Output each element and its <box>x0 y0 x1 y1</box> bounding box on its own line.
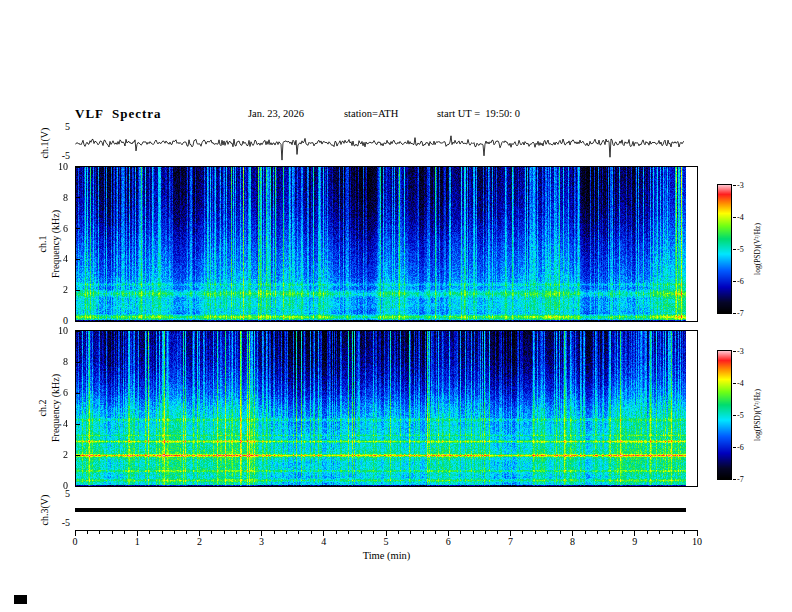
x-axis-minor-tick <box>224 531 225 534</box>
colorbar1-panel <box>717 184 732 314</box>
x-axis-minor-tick <box>597 531 598 534</box>
x-axis-minor-tick <box>99 531 100 534</box>
spec1-ytick-mark <box>76 228 80 229</box>
colorbar2-tick-label: -5 <box>737 411 755 420</box>
spec2-ytick-label: 0 <box>44 480 68 492</box>
colorbar1-tick-label: -6 <box>737 277 755 286</box>
ch3-wave-ytick-min: -5 <box>46 517 70 529</box>
colorbar2-panel <box>717 350 732 480</box>
colorbar2-tick-mark <box>733 351 736 352</box>
spec1-ytick-label: 2 <box>44 284 68 296</box>
x-axis-minor-tick <box>473 531 474 534</box>
colorbar1-tick-mark <box>733 281 736 282</box>
spec2-ytick-label: 10 <box>44 325 68 337</box>
spec1-ylabel-frequency: Frequency (kHz) <box>50 210 61 278</box>
x-axis-tick-label: 7 <box>499 536 521 547</box>
x-axis-minor-tick <box>659 531 660 534</box>
header-start-ut: start UT = 19:50: 0 <box>437 108 520 119</box>
spec2-ylabel-channel: ch.2 <box>37 400 48 417</box>
x-axis-minor-tick <box>497 531 498 534</box>
spec2-ytick-mark <box>76 486 80 487</box>
spec2-ytick-label: 2 <box>44 449 68 461</box>
ch3-flat-trace <box>75 508 686 512</box>
spec1-ytick-mark <box>76 321 80 322</box>
x-axis-minor-tick <box>622 531 623 534</box>
colorbar2-tick-mark <box>733 383 736 384</box>
spec1-ytick-label: 4 <box>44 253 68 265</box>
x-axis-tick-label: 8 <box>562 536 584 547</box>
x-axis-tick-label: 0 <box>64 536 86 547</box>
x-axis-minor-tick <box>684 531 685 534</box>
colorbar1-tick-label: -4 <box>737 213 755 222</box>
colorbar1-tick-mark <box>733 185 736 186</box>
spec2-ytick-mark <box>76 455 80 456</box>
x-axis-minor-tick <box>174 531 175 534</box>
x-axis-minor-tick <box>585 531 586 534</box>
corner-mark <box>14 595 27 604</box>
spec2-ytick-mark <box>76 331 80 332</box>
spec2-ytick-label: 4 <box>44 418 68 430</box>
spec2-ytick-mark <box>76 424 80 425</box>
ch1-waveform-canvas <box>75 125 685 161</box>
header-date: Jan. 23, 2026 <box>248 108 304 119</box>
header-station: station=ATH <box>344 108 398 119</box>
x-axis-minor-tick <box>460 531 461 534</box>
colorbar1-tick-mark <box>733 249 736 250</box>
x-axis-minor-tick <box>298 531 299 534</box>
x-axis-minor-tick <box>373 531 374 534</box>
x-axis-minor-tick <box>112 531 113 534</box>
x-axis-minor-tick <box>609 531 610 534</box>
x-axis-minor-tick <box>560 531 561 534</box>
colorbar1-tick-label: -3 <box>737 181 755 190</box>
colorbar2-tick-label: -6 <box>737 443 755 452</box>
ch2-spectrogram-panel <box>75 330 698 487</box>
x-axis-tick-label: 1 <box>126 536 148 547</box>
x-axis-minor-tick <box>286 531 287 534</box>
x-axis-minor-tick <box>87 531 88 534</box>
x-axis-minor-tick <box>485 531 486 534</box>
spec1-ytick-mark <box>76 197 80 198</box>
x-axis-minor-tick <box>398 531 399 534</box>
x-axis-minor-tick <box>249 531 250 534</box>
x-axis-minor-tick <box>435 531 436 534</box>
colorbar2-tick-label: -7 <box>737 475 755 484</box>
spec1-ytick-label: 10 <box>44 161 68 173</box>
ch1-wave-ytick-max: 5 <box>46 121 70 133</box>
colorbar2-tick-mark <box>733 479 736 480</box>
x-axis-minor-tick <box>274 531 275 534</box>
spec1-ytick-mark <box>76 167 80 168</box>
spec2-ytick-label: 8 <box>44 356 68 368</box>
colorbar2-tick-label: -3 <box>737 347 755 356</box>
colorbar1-tick-mark <box>733 313 736 314</box>
x-axis-minor-tick <box>361 531 362 534</box>
colorbar1-tick-mark <box>733 217 736 218</box>
x-axis-minor-tick <box>124 531 125 534</box>
vlf-spectra-figure: VLF Spectra Jan. 23, 2026 station=ATH st… <box>0 0 792 612</box>
spec1-ylabel-channel: ch.1 <box>37 236 48 253</box>
x-axis-minor-tick <box>410 531 411 534</box>
x-axis-line <box>75 530 698 531</box>
x-axis-tick-label: 10 <box>686 536 708 547</box>
x-axis-minor-tick <box>547 531 548 534</box>
x-axis-tick-label: 5 <box>375 536 397 547</box>
x-axis-minor-tick <box>311 531 312 534</box>
ch1-spectrogram-canvas <box>76 167 686 321</box>
colorbar1-tick-label: -7 <box>737 309 755 318</box>
x-axis-title: Time (min) <box>75 550 698 561</box>
colorbar2-tick-label: -4 <box>737 379 755 388</box>
spec2-ytick-mark <box>76 362 80 363</box>
colorbar1-gradient-canvas <box>718 185 731 313</box>
x-axis-minor-tick <box>211 531 212 534</box>
x-axis-minor-tick <box>336 531 337 534</box>
spec2-ytick-label: 6 <box>44 387 68 399</box>
x-axis-minor-tick <box>186 531 187 534</box>
x-axis-tick-label: 2 <box>188 536 210 547</box>
x-axis-minor-tick <box>162 531 163 534</box>
x-axis-tick-label: 9 <box>624 536 646 547</box>
x-axis-minor-tick <box>348 531 349 534</box>
spec2-ylabel-frequency: Frequency (kHz) <box>50 374 61 442</box>
x-axis-minor-tick <box>535 531 536 534</box>
x-axis-minor-tick <box>522 531 523 534</box>
spec1-ytick-mark <box>76 259 80 260</box>
colorbar1-tick-label: -5 <box>737 245 755 254</box>
